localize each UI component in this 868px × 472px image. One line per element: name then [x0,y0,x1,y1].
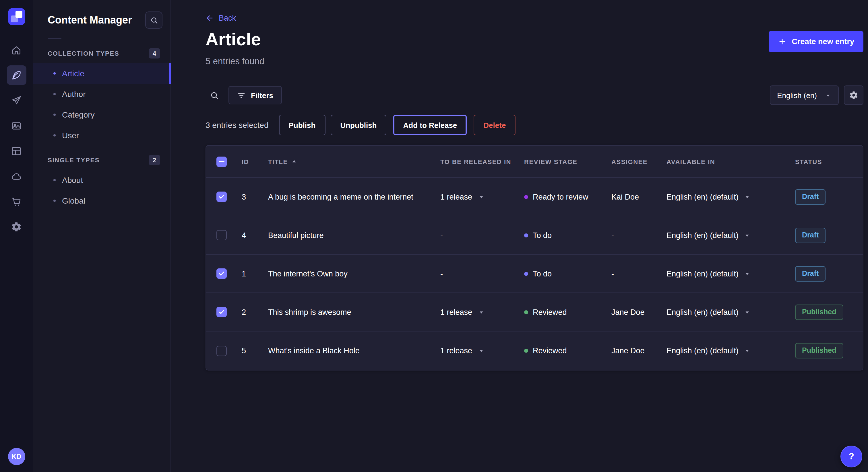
sidebar-item-label: User [62,131,79,140]
create-entry-button[interactable]: Create new entry [769,31,863,52]
back-label: Back [219,14,236,22]
single-types-count-badge: 2 [149,155,160,165]
back-link[interactable]: Back [206,14,236,22]
column-header-label: TITLE [268,158,288,165]
table-row[interactable]: 2 This shrimp is awesome 1 release Revie… [206,293,863,332]
cell-to-be-released-in[interactable]: 1 release [440,308,524,316]
nav-item-content-type-builder[interactable] [7,141,26,161]
chevron-down-icon [478,309,484,315]
cell-available-in[interactable]: English (en) (default) [666,193,795,201]
cell-to-be-released-in[interactable]: 1 release [440,346,524,355]
cell-title: This shrimp is awesome [268,308,440,316]
strapi-logo[interactable] [8,8,25,25]
locale-select[interactable]: English (en) [770,86,839,105]
cell-id: 5 [242,346,268,355]
cell-status: Published [795,343,858,359]
chevron-down-icon [744,270,751,277]
list-settings-button[interactable] [844,86,863,105]
cell-review-stage: Ready to review [524,193,611,201]
status-badge: Draft [795,227,826,243]
row-checkbox[interactable] [216,345,227,356]
table-header-row: ID TITLE TO BE RELEASED IN REVIEW STAGE … [206,146,863,178]
main-nav-rail: KD [0,0,33,472]
chevron-down-icon [744,194,751,200]
plus-icon [778,37,786,46]
nav-item-releases[interactable] [7,91,26,110]
cell-review-stage: To do [524,269,611,278]
sidebar-item-global[interactable]: Global [33,191,170,211]
search-button[interactable] [206,87,223,104]
cell-title: A bug is becoming a meme on the internet [268,193,440,201]
bullet-icon [53,93,56,95]
sidebar-item-user[interactable]: User [33,125,170,146]
nav-icons [7,40,26,448]
cell-available-in[interactable]: English (en) (default) [666,308,795,316]
sidebar-search-button[interactable] [145,11,162,29]
nav-item-marketplace[interactable] [7,192,26,211]
chevron-down-icon [478,347,484,354]
sort-ascending-icon [291,158,298,165]
nav-item-content-manager[interactable] [7,65,26,85]
select-all-checkbox[interactable] [216,156,227,167]
table-row[interactable]: 5 What's inside a Black Hole 1 release R… [206,332,863,370]
stage-dot-icon [524,233,528,237]
column-header-status[interactable]: STATUS [795,158,858,165]
table-row[interactable]: 4 Beautiful picture - To do - English (e… [206,216,863,255]
help-button[interactable]: ? [840,446,862,467]
page-title: Article [206,29,261,50]
entries-count-text: 5 entries found [206,56,863,67]
layout-icon [11,145,22,156]
nav-item-settings[interactable] [7,217,26,236]
row-checkbox[interactable] [216,268,227,279]
cell-to-be-released-in[interactable]: 1 release [440,193,524,201]
status-badge: Published [795,343,843,359]
sidebar-item-category[interactable]: Category [33,104,170,125]
row-checkbox[interactable] [216,230,227,240]
rail-bottom: KD [8,448,25,472]
publish-button[interactable]: Publish [279,115,325,135]
delete-button[interactable]: Delete [474,115,516,135]
stage-dot-icon [524,272,528,276]
gear-icon [11,221,22,232]
sidebar-item-about[interactable]: About [33,170,170,191]
filters-button[interactable]: Filters [228,86,282,104]
column-header-title[interactable]: TITLE [268,158,440,165]
gear-icon [849,91,858,100]
logo-container [0,0,33,33]
user-avatar[interactable]: KD [8,448,25,465]
cell-available-in[interactable]: English (en) (default) [666,269,795,278]
cell-assignee: - [611,231,666,239]
stage-dot-icon [524,349,528,353]
column-header-id[interactable]: ID [242,158,268,165]
nav-item-media-library[interactable] [7,116,26,135]
filters-label: Filters [251,91,273,100]
nav-item-deploy[interactable] [7,166,26,186]
cell-available-in[interactable]: English (en) (default) [666,231,795,239]
status-badge: Draft [795,266,826,281]
images-icon [11,120,22,131]
divider [48,38,61,39]
table-row[interactable]: 1 The internet's Own boy - To do - Engli… [206,255,863,293]
sidebar-item-author[interactable]: Author [33,84,170,104]
arrow-left-icon [206,14,214,22]
locale-value: English (en) [777,91,817,100]
column-header-release[interactable]: TO BE RELEASED IN [440,158,524,165]
sidebar-item-article[interactable]: Article [33,63,170,84]
row-checkbox[interactable] [216,192,227,202]
row-checkbox[interactable] [216,307,227,317]
cell-assignee: - [611,269,666,278]
bullet-icon [53,179,56,181]
chevron-down-icon [744,309,751,315]
table-row[interactable]: 3 A bug is becoming a meme on the intern… [206,178,863,216]
cell-id: 2 [242,308,268,316]
column-header-review-stage[interactable]: REVIEW STAGE [524,158,611,165]
cell-available-in[interactable]: English (en) (default) [666,346,795,355]
column-header-available-in[interactable]: AVAILABLE IN [666,158,795,165]
nav-item-home[interactable] [7,40,26,60]
status-badge: Draft [795,189,826,204]
column-header-assignee[interactable]: ASSIGNEE [611,158,666,165]
cell-assignee: Jane Doe [611,308,666,316]
add-to-release-button[interactable]: Add to Release [393,115,467,135]
unpublish-button[interactable]: Unpublish [330,115,386,135]
cell-id: 1 [242,269,268,278]
